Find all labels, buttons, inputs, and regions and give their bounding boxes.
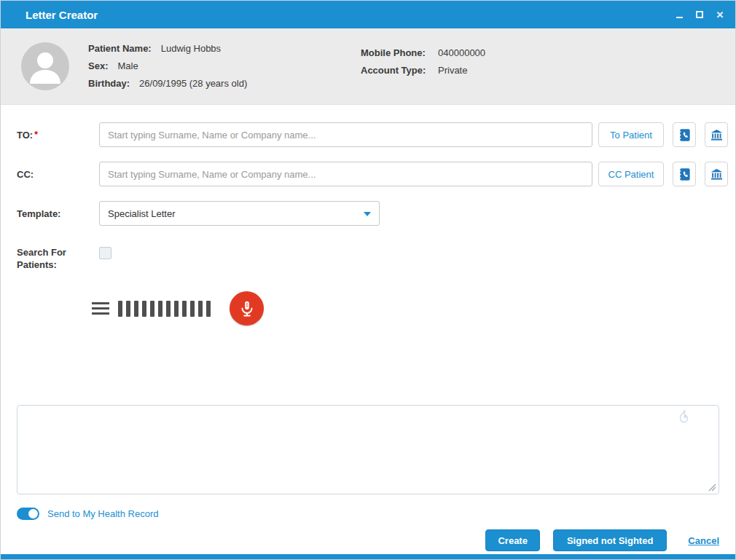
waveform-bar xyxy=(150,301,154,317)
template-selected-value: Specialist Letter xyxy=(108,208,176,219)
patient-info-right: Mobile Phone:040000000 Account Type:Priv… xyxy=(361,44,485,79)
required-asterisk: * xyxy=(34,130,38,140)
birthday-row: Birthday:26/09/1995 (28 years old) xyxy=(88,75,247,92)
letter-body-section xyxy=(1,405,735,494)
send-to-mhr-label: Send to My Health Record xyxy=(47,508,158,519)
person-icon xyxy=(21,42,69,90)
letter-creator-window: { "window": { "title": "Letter Creator",… xyxy=(0,0,736,560)
template-row: Template: Specialist Letter xyxy=(1,201,735,226)
maximize-button[interactable] xyxy=(694,9,705,20)
bank-icon xyxy=(710,128,724,142)
waveform-bar xyxy=(198,301,203,317)
patient-header: Patient Name:Ludwig Hobbs Sex:Male Birth… xyxy=(1,28,735,105)
bank-icon xyxy=(710,167,724,181)
mobile-phone-row: Mobile Phone:040000000 xyxy=(361,44,485,62)
waveform-bar xyxy=(166,301,171,317)
waveform-bar xyxy=(142,301,146,317)
window-controls: ✕ xyxy=(674,9,725,20)
waveform-bar xyxy=(118,301,122,317)
address-book-phone-icon xyxy=(678,128,692,142)
mobile-phone-label: Mobile Phone: xyxy=(361,44,434,62)
search-for-patients-label: Search For Patients: xyxy=(17,246,99,271)
sex-label: Sex: xyxy=(88,60,108,71)
sex-value: Male xyxy=(117,60,138,71)
window-bottom-border xyxy=(1,554,735,559)
mobile-phone-value: 040000000 xyxy=(438,47,485,58)
cc-row: CC: CC Patient xyxy=(1,162,735,186)
waveform-bar xyxy=(126,301,130,317)
cc-patient-button[interactable]: CC Patient xyxy=(598,162,664,186)
patient-name-label: Patient Name: xyxy=(88,43,152,54)
footer-actions: Create Signed not Sighted Cancel xyxy=(1,529,735,551)
microphone-icon xyxy=(238,299,257,318)
cc-label: CC: xyxy=(17,168,99,181)
to-label: TO:* xyxy=(17,129,99,141)
maximize-icon xyxy=(696,11,703,18)
account-type-value: Private xyxy=(438,65,467,76)
template-select[interactable]: Specialist Letter xyxy=(99,201,380,226)
caret-down-icon xyxy=(364,212,371,216)
signed-not-sighted-button[interactable]: Signed not Sighted xyxy=(553,529,667,551)
cancel-link[interactable]: Cancel xyxy=(688,535,719,546)
to-institution-button[interactable] xyxy=(705,122,728,147)
search-for-patients-checkbox[interactable] xyxy=(99,247,111,259)
send-to-mhr-toggle[interactable] xyxy=(17,508,39,520)
cc-address-book-button[interactable] xyxy=(673,162,696,186)
waveform-bar xyxy=(190,301,195,317)
address-book-phone-icon xyxy=(678,167,692,181)
to-input[interactable] xyxy=(99,122,592,147)
record-button[interactable] xyxy=(230,291,264,326)
waveform-bar xyxy=(158,301,163,317)
birthday-label: Birthday: xyxy=(88,78,130,89)
cc-input[interactable] xyxy=(99,162,592,186)
to-address-book-button[interactable] xyxy=(673,122,696,147)
letter-body-box xyxy=(17,405,719,494)
template-label: Template: xyxy=(17,208,99,220)
avatar xyxy=(21,42,69,90)
patient-name-value: Ludwig Hobbs xyxy=(161,43,221,54)
patient-name-row: Patient Name:Ludwig Hobbs xyxy=(88,40,247,58)
birthday-value: 26/09/1995 (28 years old) xyxy=(139,78,247,89)
waveform xyxy=(118,301,211,317)
waveform-bar xyxy=(206,301,211,317)
account-type-label: Account Type: xyxy=(361,62,434,79)
minimize-button[interactable] xyxy=(674,9,684,20)
titlebar: Letter Creator ✕ xyxy=(1,1,735,28)
to-patient-button[interactable]: To Patient xyxy=(598,122,664,147)
close-button[interactable]: ✕ xyxy=(715,9,725,20)
my-health-record-row: Send to My Health Record xyxy=(17,508,735,520)
waveform-bar xyxy=(182,301,187,317)
waveform-bar xyxy=(134,301,138,317)
toggle-knob xyxy=(28,509,38,518)
letter-body-textarea[interactable] xyxy=(17,406,719,494)
resize-handle-icon[interactable] xyxy=(707,482,716,492)
account-type-row: Account Type:Private xyxy=(361,62,485,79)
cc-institution-button[interactable] xyxy=(705,162,728,186)
window-title: Letter Creator xyxy=(26,9,674,21)
waveform-bar xyxy=(174,301,179,317)
menu-icon[interactable] xyxy=(92,299,109,318)
create-button[interactable]: Create xyxy=(485,529,539,551)
dragon-dictation-icon xyxy=(678,410,689,425)
search-for-patients-row: Search For Patients: xyxy=(1,246,735,271)
audio-widget xyxy=(92,291,735,326)
minimize-icon xyxy=(676,17,683,18)
patient-info-left: Patient Name:Ludwig Hobbs Sex:Male Birth… xyxy=(88,40,247,92)
to-row: TO:* To Patient xyxy=(1,122,735,147)
sex-row: Sex:Male xyxy=(88,58,247,75)
